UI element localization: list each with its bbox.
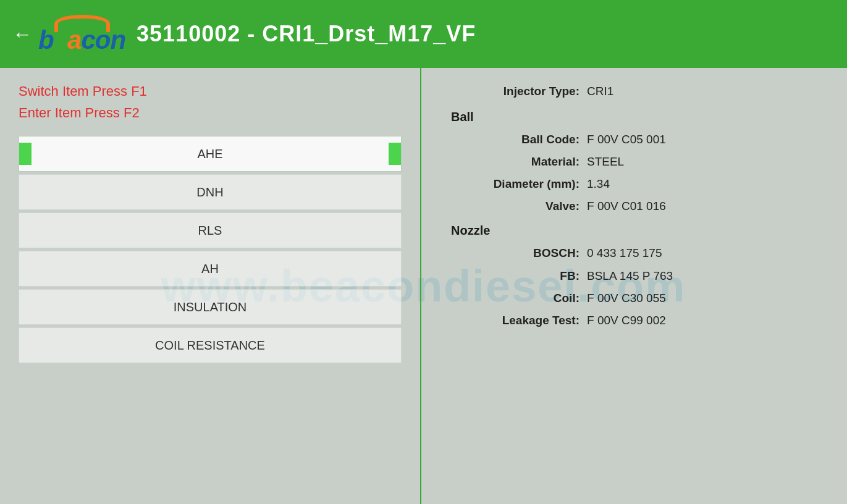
material-value: STEEL — [587, 151, 624, 173]
ball-section-row: Ball — [451, 103, 822, 128]
valve-value: F 00V C01 016 — [587, 195, 666, 217]
nozzle-section: Nozzle BOSCH: 0 433 175 175 FB: BSLA 145… — [451, 219, 822, 287]
injector-type-label: Injector Type: — [451, 80, 587, 103]
ball-code-label: Ball Code: — [463, 128, 587, 151]
diameter-value: 1.34 — [587, 173, 610, 195]
header: ← beacon 35110002 - CRI1_Drst_M17_VF — [0, 0, 847, 68]
beacon-logo: beacon — [38, 15, 125, 53]
main-content: www.beacondiesel.com Switch Item Press F… — [0, 68, 847, 504]
fb-row: FB: BSLA 145 P 763 — [451, 265, 822, 287]
back-button[interactable]: ← — [12, 23, 32, 46]
instruction-line2: Enter Item Press F2 — [19, 102, 402, 124]
fb-value: BSLA 145 P 763 — [587, 265, 673, 287]
ball-section-title: Ball — [451, 105, 474, 128]
menu-item-coil-resistance[interactable]: COIL RESISTANCE — [19, 327, 402, 363]
injector-type-row: Injector Type: CRI1 — [451, 80, 822, 103]
left-indicator-icon — [19, 143, 32, 165]
page-title: 35110002 - CRI1_Drst_M17_VF — [137, 21, 476, 47]
coil-row: Coil: F 00V C30 055 — [451, 287, 822, 309]
menu-item-label: INSULATION — [174, 300, 247, 314]
menu-item-ah[interactable]: AH — [19, 251, 402, 287]
coil-value: F 00V C30 055 — [587, 287, 666, 309]
right-indicator-icon — [389, 143, 401, 165]
menu-item-label: AHE — [197, 147, 222, 161]
material-row: Material: STEEL — [451, 151, 822, 173]
diameter-row: Diameter (mm): 1.34 — [451, 173, 822, 195]
leakage-label: Leakage Test: — [451, 309, 587, 332]
nozzle-title: Nozzle — [451, 219, 490, 242]
ball-code-value: F 00V C05 001 — [587, 128, 666, 151]
panel-divider — [420, 68, 421, 504]
valve-row: Valve: F 00V C01 016 — [451, 195, 822, 217]
menu-list: AHE DNH RLS AH INSULATION COIL RESISTANC… — [19, 136, 402, 363]
bosch-value: 0 433 175 175 — [587, 242, 662, 264]
ball-code-row: Ball Code: F 00V C05 001 — [451, 128, 822, 151]
coil-label: Coil: — [451, 287, 587, 309]
beacon-logo-text: beacon — [38, 27, 125, 53]
material-label: Material: — [463, 151, 587, 173]
instruction-line1: Switch Item Press F1 — [19, 80, 402, 102]
menu-item-rls[interactable]: RLS — [19, 212, 402, 248]
menu-item-label: DNH — [196, 185, 223, 200]
leakage-value: F 00V C99 002 — [587, 309, 666, 332]
menu-item-ahe[interactable]: AHE — [19, 136, 402, 172]
menu-item-insulation[interactable]: INSULATION — [19, 289, 402, 325]
menu-item-label: AH — [201, 262, 219, 276]
info-table: Injector Type: CRI1 Ball Ball Code: F 00… — [451, 80, 822, 332]
menu-item-dnh[interactable]: DNH — [19, 174, 402, 210]
menu-item-label: RLS — [198, 224, 222, 238]
leakage-row: Leakage Test: F 00V C99 002 — [451, 309, 822, 332]
bosch-label: BOSCH: — [463, 242, 587, 264]
fb-label: FB: — [463, 265, 587, 287]
right-panel: Injector Type: CRI1 Ball Ball Code: F 00… — [420, 68, 847, 504]
injector-type-value: CRI1 — [587, 80, 613, 103]
valve-label: Valve: — [451, 195, 587, 217]
diameter-label: Diameter (mm): — [463, 173, 587, 195]
nozzle-title-row: Nozzle — [451, 219, 822, 242]
bosch-row: BOSCH: 0 433 175 175 — [451, 242, 822, 264]
left-panel: Switch Item Press F1 Enter Item Press F2… — [0, 68, 420, 504]
instructions: Switch Item Press F1 Enter Item Press F2 — [19, 80, 402, 124]
menu-item-label: COIL RESISTANCE — [155, 338, 265, 353]
